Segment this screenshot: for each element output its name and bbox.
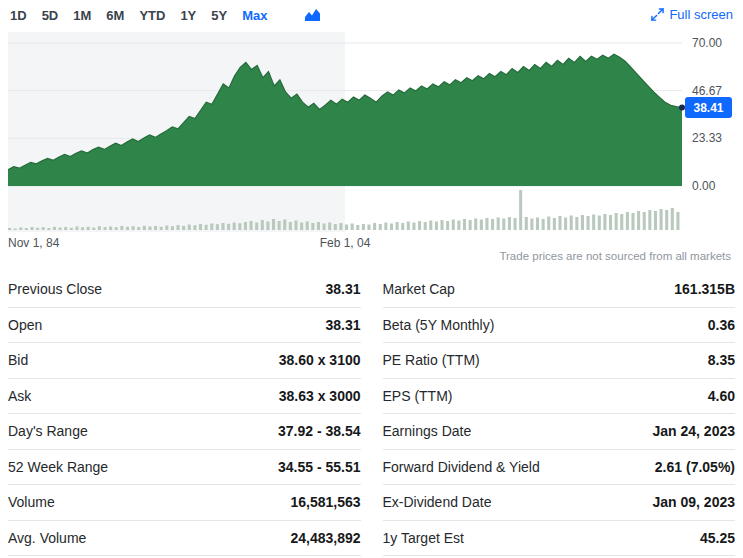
stat-label: EPS (TTM) [383, 388, 453, 404]
volume-bar [401, 223, 404, 230]
table-row: Previous Close38.31 [8, 272, 361, 308]
stat-label: PE Ratio (TTM) [383, 352, 480, 368]
volume-bar [328, 223, 331, 231]
volume-bar [306, 222, 309, 231]
range-tab-1d[interactable]: 1D [10, 6, 27, 25]
volume-bar [542, 219, 545, 230]
range-tab-5y[interactable]: 5Y [211, 6, 227, 25]
volume-bar [205, 225, 208, 230]
stat-value: 0.36 [708, 317, 735, 333]
stat-label: Previous Close [8, 281, 102, 297]
volume-bar [525, 217, 528, 230]
volume-bar [87, 227, 90, 230]
chart-type-button[interactable] [304, 8, 321, 22]
volume-bar [367, 225, 370, 231]
volume-bar [255, 223, 258, 231]
volume-bar [485, 218, 488, 230]
table-row: Forward Dividend & Yield2.61 (7.05%) [383, 450, 736, 486]
quote-statistics-table: Previous Close38.31Open38.31Bid38.60 x 3… [8, 272, 735, 556]
stat-value: 161.315B [674, 281, 735, 297]
stat-value: 8.35 [708, 352, 735, 368]
x-axis-label: Nov 1, 84 [8, 236, 59, 250]
volume-bar [323, 224, 326, 231]
volume-bar [564, 218, 567, 231]
range-tab-1m[interactable]: 1M [73, 6, 91, 25]
volume-bar [59, 228, 62, 231]
stat-value: Jan 24, 2023 [652, 423, 735, 439]
volume-bar [631, 213, 634, 230]
stat-label: Open [8, 317, 42, 333]
volume-bar [603, 214, 606, 230]
volume-bar [373, 223, 376, 230]
full-screen-label: Full screen [669, 7, 733, 22]
volume-bar [53, 227, 56, 230]
volume-bar [592, 215, 595, 231]
volume-bar [283, 220, 286, 231]
volume-bar [36, 228, 39, 230]
volume-bar [92, 228, 95, 231]
volume-bar [317, 222, 320, 230]
stat-label: Bid [8, 352, 28, 368]
trade-prices-disclaimer: Trade prices are not sourced from all ma… [499, 250, 731, 262]
volume-bar [558, 216, 561, 230]
table-row: Day's Range37.92 - 38.54 [8, 414, 361, 450]
volume-bar [115, 227, 118, 230]
volume-bar [75, 227, 78, 231]
stat-label: 52 Week Range [8, 459, 108, 475]
full-screen-button[interactable]: Full screen [651, 7, 733, 22]
last-price-badge: 38.41 [685, 97, 732, 118]
volume-bar [396, 222, 399, 230]
table-row: Volume16,581,563 [8, 485, 361, 521]
volume-bar [210, 224, 213, 231]
volume-bar [14, 229, 17, 231]
range-tab-1y[interactable]: 1Y [180, 6, 196, 25]
table-row: Bid38.60 x 3100 [8, 343, 361, 379]
volume-bar [132, 226, 135, 230]
stat-value: 38.31 [325, 317, 360, 333]
range-tab-5d[interactable]: 5D [42, 6, 59, 25]
volume-bar [660, 209, 663, 230]
x-axis-label: Feb 1, 04 [320, 236, 371, 250]
volume-bar [463, 219, 466, 230]
volume-bar [654, 211, 657, 230]
volume-bar [362, 224, 365, 230]
volume-bar [143, 226, 146, 230]
volume-bar [81, 227, 84, 230]
volume-bar [193, 225, 196, 230]
y-axis-label: 23.33 [692, 131, 722, 145]
volume-bar [261, 220, 264, 230]
volume-bar [294, 221, 297, 231]
volume-bar [25, 228, 28, 230]
volume-bar [103, 227, 106, 230]
volume-bar [266, 222, 269, 231]
range-tab-max[interactable]: Max [242, 6, 267, 25]
stat-value: 37.92 - 38.54 [278, 423, 361, 439]
stat-label: Beta (5Y Monthly) [383, 317, 495, 333]
volume-bar [457, 221, 460, 231]
volume-bar [446, 221, 449, 230]
stat-value: 24,483,892 [290, 530, 360, 546]
stat-label: 1y Target Est [383, 530, 464, 546]
range-tab-6m[interactable]: 6M [106, 6, 124, 25]
table-row: EPS (TTM)4.60 [383, 379, 736, 415]
stat-label: Avg. Volume [8, 530, 86, 546]
volume-bar [199, 224, 202, 230]
volume-bar [30, 227, 33, 230]
volume-bar [440, 220, 443, 230]
volume-bar [424, 222, 427, 230]
chart-toolbar: 1D5D1M6MYTD1Y5YMax Full screen [0, 0, 743, 30]
volume-bar [137, 227, 140, 230]
stat-value: 2.61 (7.05%) [655, 459, 735, 475]
range-tab-ytd[interactable]: YTD [139, 6, 165, 25]
stat-value: 4.60 [708, 388, 735, 404]
stat-value: 38.63 x 3000 [279, 388, 361, 404]
volume-bar [42, 227, 45, 230]
price-chart-svg [0, 30, 743, 234]
volume-bar [289, 222, 292, 230]
volume-bar [221, 223, 224, 230]
volume-bar [334, 224, 337, 230]
volume-bar [148, 227, 151, 231]
stat-label: Market Cap [383, 281, 455, 297]
y-axis-label: 70.00 [692, 36, 722, 50]
price-chart[interactable]: 70.0046.6723.330.00 38.41 [0, 30, 743, 234]
